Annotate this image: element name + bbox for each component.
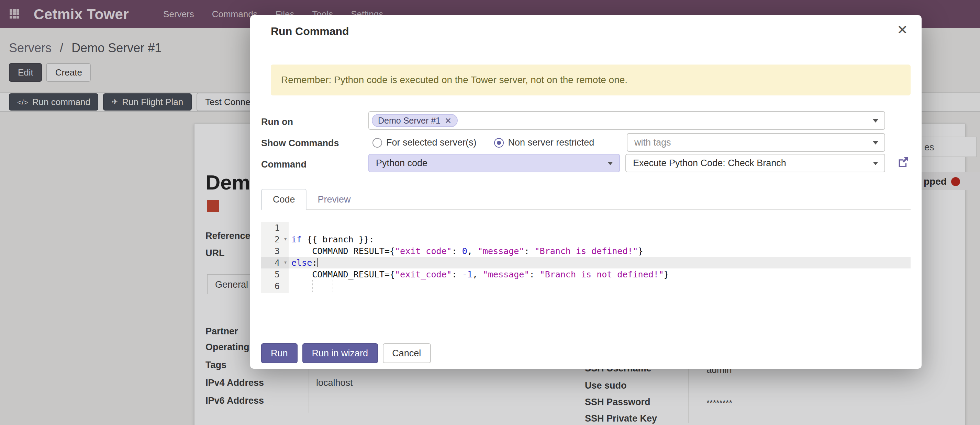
command-value: Execute Python Code: Check Branch — [633, 158, 786, 168]
fold-arrow-icon[interactable]: ▾ — [283, 233, 287, 245]
alert-warning: Remember: Python code is executed on the… — [271, 65, 911, 95]
editor-code-line[interactable]: else: — [289, 257, 911, 268]
editor-line-number[interactable]: 1 — [261, 222, 289, 233]
radio-icon-selected[interactable] — [495, 138, 504, 147]
external-link-icon[interactable] — [897, 156, 909, 168]
editor-code: if {{ branch }}: COMMAND_RESULT={"exit_c… — [289, 222, 911, 293]
with-tags-placeholder: with tags — [634, 137, 671, 147]
editor-line-number[interactable]: 6 — [261, 280, 289, 292]
editor-line-number[interactable]: 5 — [261, 268, 289, 280]
run-on-field[interactable]: Demo Server #1 ✕ — [368, 111, 885, 130]
run-button[interactable]: Run — [261, 343, 298, 363]
radio-non-restricted-label: Non server restricted — [508, 137, 595, 147]
chevron-down-icon[interactable] — [873, 119, 878, 122]
editor-code-line[interactable]: COMMAND_RESULT={"exit_code": -1, "messag… — [289, 268, 911, 280]
editor-line-number[interactable]: 2▾ — [261, 233, 289, 245]
fold-arrow-icon[interactable]: ▾ — [283, 257, 287, 268]
run-in-wizard-button[interactable]: Run in wizard — [302, 343, 378, 363]
show-commands-label: Show Commands — [261, 138, 339, 148]
editor-code-line[interactable]: if {{ branch }}: — [289, 233, 911, 245]
command-type-select[interactable]: Python code — [368, 154, 620, 172]
app-root: Cetmix Tower Servers Commands Files Tool… — [0, 0, 980, 425]
cancel-button[interactable]: Cancel — [382, 343, 431, 363]
editor-code-line[interactable] — [289, 280, 911, 292]
radio-non-server-restricted[interactable]: Non server restricted — [495, 137, 595, 147]
server-tag-chip[interactable]: Demo Server #1 ✕ — [372, 114, 458, 127]
show-commands-radios: For selected server(s) Non server restri… — [372, 133, 594, 152]
editor-gutter: 12▾34▾56 — [261, 222, 289, 293]
radio-for-selected-label: For selected server(s) — [386, 137, 477, 147]
chevron-down-icon[interactable] — [873, 161, 878, 165]
radio-icon-unselected[interactable] — [372, 138, 382, 147]
with-tags-select[interactable]: with tags — [627, 133, 885, 152]
run-on-label: Run on — [261, 117, 293, 127]
text-cursor — [317, 258, 318, 267]
close-icon[interactable]: ✕ — [897, 22, 908, 38]
chevron-down-icon[interactable] — [608, 161, 613, 165]
tag-remove-icon[interactable]: ✕ — [445, 116, 452, 125]
indent-guide — [312, 280, 313, 292]
modal-footer: Run Run in wizard Cancel — [261, 343, 431, 363]
editor-line-number[interactable]: 4▾ — [261, 257, 289, 268]
command-select[interactable]: Execute Python Code: Check Branch — [625, 154, 885, 172]
modal-title: Run Command — [271, 25, 349, 38]
modal-tabs: Code Preview — [261, 188, 911, 210]
command-type-value: Python code — [376, 158, 428, 168]
code-editor[interactable]: 12▾34▾56 if {{ branch }}: COMMAND_RESULT… — [261, 222, 911, 293]
server-tag-label: Demo Server #1 — [378, 116, 441, 125]
editor-line-number[interactable]: 3 — [261, 245, 289, 257]
command-label: Command — [261, 159, 307, 170]
editor-code-line[interactable] — [289, 222, 911, 233]
tab-preview[interactable]: Preview — [307, 189, 362, 209]
run-command-modal: Run Command ✕ Remember: Python code is e… — [250, 15, 921, 369]
chevron-down-icon[interactable] — [873, 141, 878, 144]
indent-guide — [332, 280, 333, 292]
editor-code-line[interactable]: COMMAND_RESULT={"exit_code": 0, "message… — [289, 245, 911, 257]
radio-for-selected-servers[interactable]: For selected server(s) — [372, 137, 477, 147]
tab-code[interactable]: Code — [261, 189, 307, 210]
